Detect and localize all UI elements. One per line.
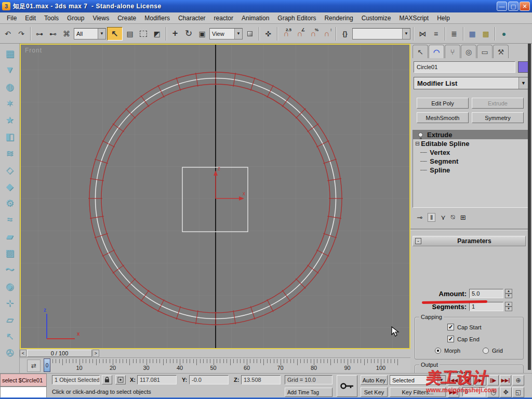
front-viewport[interactable]: Front z x z x <box>20 44 410 349</box>
add-time-tag-button[interactable]: Add Time Tag <box>285 388 332 397</box>
tab-display[interactable]: ▭ <box>477 45 493 58</box>
rectangular-selection-region-icon[interactable] <box>137 27 150 41</box>
time-slider-handle[interactable]: 0 <box>44 358 50 372</box>
percent-snap-icon[interactable]: ∩ % <box>307 27 320 41</box>
segments-field[interactable]: 1 <box>469 302 503 311</box>
select-and-move-icon[interactable]: + <box>169 27 181 41</box>
stack-item-spline[interactable]: ┈┈ Spline <box>413 166 528 175</box>
show-end-result-icon[interactable]: ‖ <box>428 213 435 222</box>
toy-car-icon[interactable]: ▰ <box>2 229 18 244</box>
tab-utilities[interactable]: ⚒ <box>493 45 509 58</box>
amount-field[interactable]: 5.0 <box>469 289 503 298</box>
configure-modifier-sets-icon[interactable]: ⊞ <box>460 214 466 221</box>
deforming-mesh-collection-icon[interactable]: ★ <box>2 112 18 127</box>
menu-tools[interactable]: Tools <box>41 14 62 23</box>
soft-body-collection-icon[interactable]: ◍ <box>2 79 18 94</box>
next-frame-arrow[interactable]: > <box>92 350 99 357</box>
angle-snap-icon[interactable]: ∩ ∠ <box>294 27 306 41</box>
selection-filter-dropdown[interactable]: All ▼ <box>74 28 106 39</box>
maxscript-listener-output[interactable]: select $Circle01 <box>0 374 47 387</box>
select-and-scale-icon[interactable]: ▣ <box>196 27 208 41</box>
parameters-rollout-header[interactable]: - Parameters <box>413 236 526 246</box>
spin-down-icon[interactable]: ▼ <box>505 307 512 311</box>
select-and-rotate-icon[interactable]: ↻ <box>182 27 195 41</box>
collapse-rollout-icon[interactable]: - <box>415 238 421 244</box>
modifier-enable-bulb-icon[interactable] <box>418 132 423 137</box>
spring-icon[interactable]: ≋ <box>2 145 18 161</box>
reference-coordinate-dropdown[interactable]: View ▼ <box>209 28 243 39</box>
spin-up-icon[interactable]: ▲ <box>505 289 512 294</box>
bind-to-space-warp-icon[interactable]: ⌘ <box>60 27 73 41</box>
select-object-button[interactable]: ↖ <box>107 27 123 41</box>
menu-maxscript[interactable]: MAXScript <box>395 14 432 23</box>
radio-selected-icon[interactable] <box>435 348 441 354</box>
tab-motion[interactable]: ◎ <box>461 45 476 58</box>
layer-manager-icon[interactable]: ≣ <box>448 27 460 41</box>
linear-dashpot-icon[interactable]: ◇ <box>2 162 18 177</box>
object-color-swatch[interactable] <box>518 61 528 73</box>
make-unique-icon[interactable]: ⋎ <box>441 214 446 221</box>
spin-down-icon[interactable]: ▼ <box>505 294 512 298</box>
track-bar[interactable]: ⇄ 102030405060708090100 0 <box>20 357 410 373</box>
stack-item-segment[interactable]: ┈┈ Segment <box>413 157 528 166</box>
wind-icon[interactable]: ≈ <box>2 212 18 227</box>
water-icon[interactable]: 〜 <box>2 262 18 277</box>
next-key-icon[interactable]: ||▶ <box>487 375 499 385</box>
previous-frame-arrow[interactable]: < <box>20 350 26 357</box>
radio-icon[interactable] <box>483 348 489 354</box>
redo-icon[interactable]: ↷ <box>15 27 28 41</box>
chevron-down-icon[interactable]: ▼ <box>437 376 445 384</box>
chevron-down-icon[interactable]: ▼ <box>98 29 105 39</box>
key-filters-button[interactable]: Key Filters... <box>390 387 446 397</box>
timeline-ruler[interactable]: 102030405060708090100 <box>46 358 409 374</box>
unlink-selection-icon[interactable]: ⊷ <box>47 27 59 41</box>
spinner-snap-icon[interactable]: ∩ ↕ <box>321 27 333 41</box>
set-key-button[interactable]: Set Key <box>361 387 388 397</box>
object-name-field[interactable]: Circle01 <box>414 61 515 73</box>
pan-hand-icon[interactable]: ✥ <box>500 387 512 397</box>
rigid-body-collection-icon[interactable]: ▦ <box>2 46 18 61</box>
spin-up-icon[interactable]: ▲ <box>505 302 512 307</box>
viewport-label[interactable]: Front <box>25 47 42 54</box>
named-selection-dropdown[interactable]: ▼ <box>352 28 410 39</box>
preview-animation-icon[interactable]: ✇ <box>2 345 18 360</box>
play-icon[interactable]: ▶ <box>475 375 486 385</box>
collapse-icon[interactable]: ⊟ <box>415 140 420 147</box>
menu-create[interactable]: Create <box>114 14 140 23</box>
menu-customize[interactable]: Customize <box>358 14 395 23</box>
tab-hierarchy[interactable]: ⑂ <box>445 45 460 58</box>
go-to-end-icon[interactable]: ▶▶| <box>500 375 511 385</box>
meshsmooth-button[interactable]: MeshSmooth <box>417 112 469 123</box>
mouse-pointer-icon[interactable]: ↖ <box>2 328 18 343</box>
set-keys-button[interactable] <box>337 375 357 397</box>
go-to-end-icon[interactable]: ▶▶| <box>448 387 459 397</box>
curve-editor-icon[interactable]: ▦ <box>466 27 478 41</box>
checkbox-checked-icon[interactable]: ✓ <box>447 336 454 342</box>
key-selection-dropdown[interactable]: Selected ▼ <box>390 375 446 385</box>
menu-help[interactable]: Help <box>433 14 454 23</box>
cloth-collection-icon[interactable]: ▼ <box>2 62 18 77</box>
mirror-icon[interactable]: ⋈ <box>416 27 429 41</box>
ragdoll-icon[interactable]: ⊹ <box>2 295 18 310</box>
stack-item-vertex[interactable]: ┈┈ Vertex <box>413 148 528 157</box>
auto-key-button[interactable]: Auto Key <box>361 375 388 385</box>
menu-animation[interactable]: Animation <box>238 14 273 23</box>
menu-character[interactable]: Character <box>175 14 209 23</box>
menu-reactor[interactable]: reactor <box>210 14 237 23</box>
select-and-link-icon[interactable]: ⊶ <box>33 27 46 41</box>
checkbox-checked-icon[interactable]: ✓ <box>447 324 454 330</box>
z-coord-field[interactable]: 13.508 <box>241 375 281 384</box>
undo-icon[interactable]: ↶ <box>2 27 14 41</box>
material-editor-icon[interactable]: ● <box>498 27 510 41</box>
go-to-start-icon[interactable]: |◀◀ <box>448 375 459 385</box>
selection-lock-icon[interactable] <box>102 375 112 384</box>
menu-file[interactable]: File <box>3 14 20 23</box>
maximize-button[interactable]: ▢ <box>508 2 518 11</box>
current-frame-field[interactable]: 0 <box>462 387 485 396</box>
amount-spinner[interactable]: ▲▼ <box>505 289 512 298</box>
snap-toggle-icon[interactable]: ∩ 2.5 <box>280 27 292 41</box>
window-crossing-toggle-icon[interactable]: ◩ <box>151 27 163 41</box>
stack-item-editable-spline[interactable]: ⊟ Editable Spline <box>413 139 528 148</box>
pin-stack-icon[interactable]: ⊸ <box>417 214 422 221</box>
menu-modifiers[interactable]: Modifiers <box>141 14 174 23</box>
